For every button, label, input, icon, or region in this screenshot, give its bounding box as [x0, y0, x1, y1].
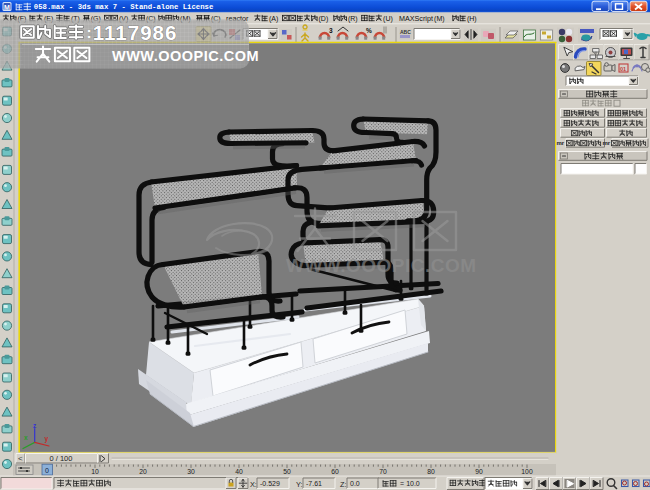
svg-text:0: 0 [45, 467, 49, 474]
svg-text:(H): (H) [467, 15, 477, 23]
svg-text:-0.529: -0.529 [260, 480, 280, 487]
svg-text:Y:: Y: [296, 480, 303, 489]
svg-text:1117986: 1117986 [93, 21, 178, 44]
svg-text:(U): (U) [383, 15, 393, 23]
svg-text:(M): (M) [434, 15, 445, 23]
svg-text:= 10.0: = 10.0 [400, 480, 420, 487]
svg-text:(R): (R) [348, 15, 358, 23]
svg-text:80: 80 [427, 468, 435, 475]
svg-text:01: 01 [620, 66, 626, 72]
svg-text:mr: mr [557, 140, 565, 146]
svg-text:70: 70 [379, 468, 387, 475]
svg-text:%: % [366, 27, 372, 34]
svg-text:M: M [4, 4, 10, 11]
svg-text:ABC: ABC [400, 29, 411, 35]
svg-text:WWW.OOOPIC.COM: WWW.OOOPIC.COM [112, 48, 259, 64]
svg-text:10: 10 [91, 468, 99, 475]
svg-text:30: 30 [187, 468, 195, 475]
svg-text:3: 3 [329, 27, 333, 34]
svg-text:Z:: Z: [340, 480, 347, 489]
svg-text:0.0: 0.0 [350, 480, 360, 487]
svg-text:0 / 100: 0 / 100 [50, 454, 73, 463]
svg-text:058.max - 3ds max 7 - Stand-a: 058.max - 3ds max 7 - Stand-alone Licens… [34, 3, 214, 11]
svg-text:90: 90 [475, 468, 483, 475]
svg-text:(D): (D) [319, 15, 329, 23]
svg-text::: : [87, 25, 92, 41]
svg-text:X:: X: [250, 480, 257, 489]
svg-text:40: 40 [235, 468, 243, 475]
svg-text:<: < [18, 454, 23, 463]
svg-text:60: 60 [331, 468, 339, 475]
svg-text:50: 50 [283, 468, 291, 475]
svg-text:y: y [45, 435, 49, 443]
svg-text:-7.61: -7.61 [306, 480, 322, 487]
svg-text:MAXScript: MAXScript [399, 14, 433, 23]
svg-text:mr: mr [603, 140, 611, 146]
svg-text:100: 100 [521, 468, 533, 475]
svg-text:x: x [24, 434, 28, 441]
svg-text:WWW.OOOPIC.COM: WWW.OOOPIC.COM [286, 255, 477, 276]
svg-text:(A): (A) [269, 15, 278, 23]
svg-text:20: 20 [139, 468, 147, 475]
